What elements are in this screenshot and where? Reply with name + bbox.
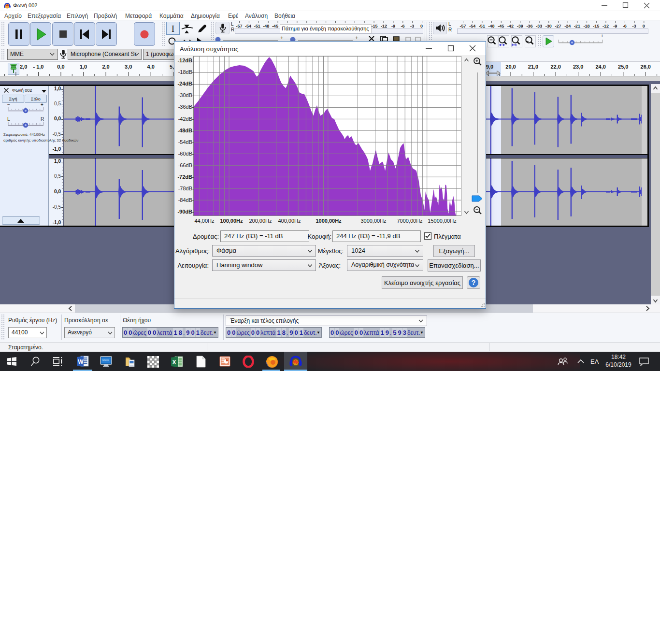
svg-text:lenovo: lenovo bbox=[102, 359, 109, 361]
svg-text:+: + bbox=[41, 102, 43, 107]
svg-text:−: − bbox=[7, 102, 10, 107]
svg-text:L: L bbox=[7, 117, 10, 122]
svg-text:R: R bbox=[41, 117, 44, 122]
svg-text:+: + bbox=[280, 35, 283, 41]
svg-text:+: + bbox=[355, 35, 358, 41]
svg-text:W: W bbox=[78, 358, 84, 365]
svg-text:I: I bbox=[172, 24, 174, 34]
svg-text:?: ? bbox=[472, 279, 476, 286]
svg-text:X: X bbox=[172, 359, 176, 366]
svg-text:−: − bbox=[558, 34, 560, 39]
svg-text:+: + bbox=[601, 34, 603, 39]
